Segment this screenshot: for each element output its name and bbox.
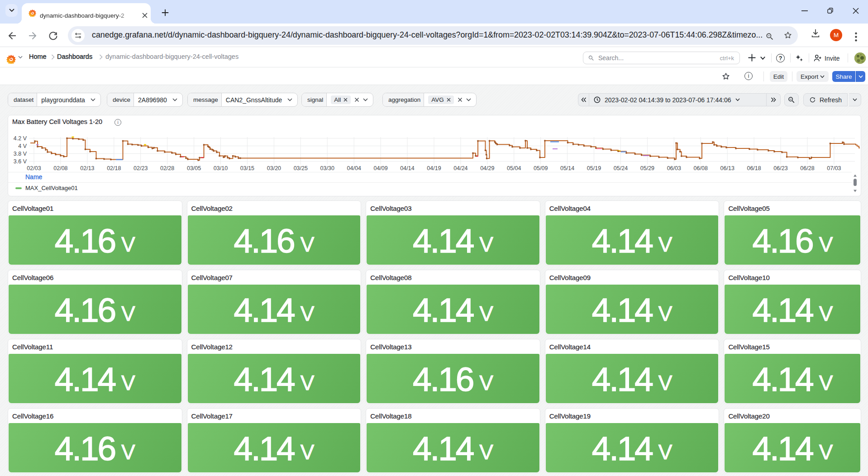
- svg-text:04/04: 04/04: [347, 165, 361, 171]
- svg-text:4 V: 4 V: [18, 143, 27, 149]
- svg-text:07/03: 07/03: [827, 165, 841, 171]
- svg-text:05/04: 05/04: [507, 165, 521, 171]
- svg-text:02/13: 02/13: [80, 165, 94, 171]
- svg-text:06/28: 06/28: [800, 165, 814, 171]
- svg-text:4.2 V: 4.2 V: [14, 135, 27, 142]
- svg-text:05/19: 05/19: [587, 165, 601, 171]
- svg-text:02/18: 02/18: [107, 165, 121, 171]
- svg-text:3.8 V: 3.8 V: [14, 151, 27, 157]
- svg-text:02/28: 02/28: [160, 165, 174, 171]
- svg-text:05/29: 05/29: [640, 165, 654, 171]
- svg-text:06/18: 06/18: [747, 165, 761, 171]
- svg-text:04/19: 04/19: [427, 165, 441, 171]
- svg-text:03/25: 03/25: [294, 165, 308, 171]
- svg-text:02/03: 02/03: [27, 165, 41, 171]
- svg-text:04/09: 04/09: [373, 165, 387, 171]
- svg-text:03/10: 03/10: [214, 165, 228, 171]
- svg-text:06/23: 06/23: [773, 165, 787, 171]
- svg-text:3.6 V: 3.6 V: [14, 158, 27, 165]
- svg-text:03/20: 03/20: [267, 165, 281, 171]
- svg-text:05/14: 05/14: [560, 165, 574, 171]
- svg-text:04/29: 04/29: [480, 165, 494, 171]
- svg-text:06/03: 06/03: [667, 165, 681, 171]
- svg-text:03/15: 03/15: [240, 165, 254, 171]
- svg-text:05/09: 05/09: [534, 165, 548, 171]
- svg-text:06/13: 06/13: [720, 165, 734, 171]
- svg-text:03/05: 03/05: [187, 165, 201, 171]
- svg-text:05/24: 05/24: [614, 165, 628, 171]
- svg-text:04/14: 04/14: [400, 165, 414, 171]
- svg-text:02/08: 02/08: [53, 165, 67, 171]
- svg-text:03/30: 03/30: [320, 165, 334, 171]
- svg-text:02/23: 02/23: [134, 165, 148, 171]
- svg-text:04/24: 04/24: [453, 165, 467, 171]
- svg-text:06/08: 06/08: [694, 165, 708, 171]
